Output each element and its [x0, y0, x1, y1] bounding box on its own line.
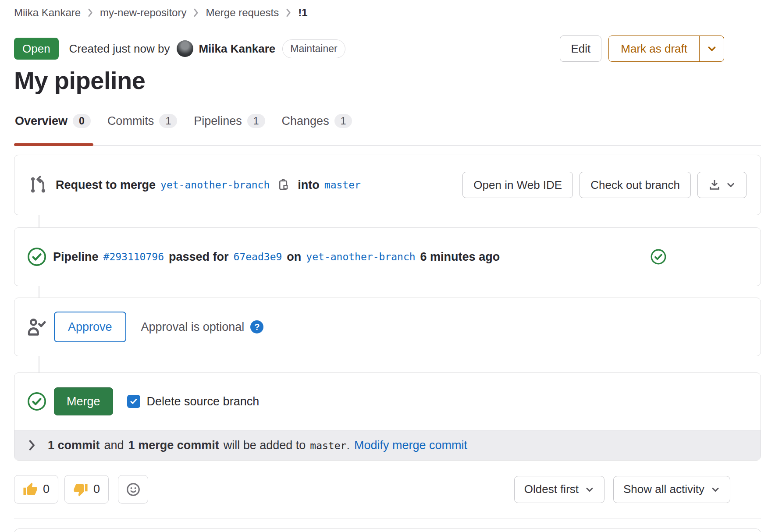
tab-label: Pipelines — [194, 113, 242, 128]
pipeline-time: 6 minutes ago — [420, 250, 500, 264]
open-in-web-ide-button[interactable]: Open in Web IDE — [462, 172, 573, 198]
breadcrumb-group-link[interactable]: Miika Kankare — [14, 7, 81, 18]
merge-summary-text: 1 commit and 1 merge commit will be adde… — [48, 439, 467, 452]
draft-dropdown-caret[interactable] — [699, 36, 724, 61]
activity-filter-dropdown[interactable]: Show all activity — [613, 476, 730, 503]
mr-header-row: Open Created just now by Miika Kankare M… — [14, 35, 761, 62]
help-question-icon[interactable]: ? — [250, 320, 263, 333]
pipeline-label: Pipeline — [53, 250, 99, 264]
thumbs-up-count: 0 — [43, 482, 50, 496]
chevron-right-icon — [193, 8, 199, 18]
page-title: My pipeline — [14, 68, 761, 93]
ready-to-merge-icon — [27, 391, 47, 411]
header-actions: Edit Mark as draft — [560, 35, 724, 62]
target-branch-link[interactable]: master — [324, 179, 361, 191]
role-badge: Maintainer — [282, 39, 345, 58]
pipeline-passed-label: passed for — [169, 250, 229, 264]
mark-as-draft-button[interactable]: Mark as draft — [609, 36, 699, 61]
and-label: and — [104, 439, 124, 452]
breadcrumb-merge-requests-link[interactable]: Merge requests — [206, 7, 279, 18]
merge-button[interactable]: Merge — [54, 387, 113, 415]
merge-box-actions: Open in Web IDE Check out branch — [462, 172, 747, 198]
breadcrumb: Miika Kankare my-new-repository Merge re… — [14, 0, 761, 18]
tab-count-badge: 1 — [334, 114, 352, 128]
tab-overview[interactable]: Overview 0 — [14, 113, 93, 145]
target-branch-text: master . — [310, 439, 350, 452]
pipeline-on-label: on — [287, 250, 301, 264]
author-name-link[interactable]: Miika Kankare — [199, 42, 275, 56]
delete-source-branch-label[interactable]: Delete source branch — [147, 395, 260, 408]
discussion-divider — [14, 518, 761, 518]
status-badge: Open — [14, 38, 59, 60]
merge-summary-footer: 1 commit and 1 merge commit will be adde… — [14, 430, 761, 460]
mr-tabs: Overview 0 Commits 1 Pipelines 1 Changes… — [14, 113, 761, 146]
activity-controls: Oldest first Show all activity — [514, 476, 730, 503]
pipeline-stage-icon[interactable] — [650, 248, 667, 265]
tab-changes[interactable]: Changes 1 — [281, 113, 355, 145]
widget-connector-line — [39, 185, 39, 396]
comment-box-top-edge — [14, 528, 761, 532]
merge-main-row: Merge Delete source branch — [14, 373, 761, 430]
sort-dropdown[interactable]: Oldest first — [514, 476, 604, 503]
add-reaction-button[interactable] — [118, 475, 148, 504]
download-dropdown-button[interactable] — [697, 172, 747, 198]
breadcrumb-project-link[interactable]: my-new-repository — [100, 7, 186, 18]
delete-source-branch-checkbox[interactable] — [127, 395, 140, 408]
thumbs-down-count: 0 — [93, 482, 100, 496]
breadcrumb-current: !1 — [298, 7, 307, 18]
into-label: into — [298, 178, 319, 192]
mr-widget-area: Request to merge yet-another-branch into… — [14, 155, 761, 461]
approve-button[interactable]: Approve — [54, 312, 126, 342]
request-to-merge-label: Request to merge — [56, 178, 156, 192]
pipeline-passed-icon — [27, 247, 47, 267]
commit-sha-link[interactable]: 67ead3e9 — [234, 251, 282, 262]
merge-request-page: Miika Kankare my-new-repository Merge re… — [0, 0, 775, 532]
tab-count-badge: 0 — [73, 114, 91, 128]
pipeline-status-text: Pipeline #293110796 passed for 67ead3e9 … — [53, 250, 500, 264]
thumbs-down-button[interactable]: 0 — [64, 475, 109, 504]
approval-optional-note: Approval is optional — [141, 320, 245, 334]
request-to-merge-card: Request to merge yet-another-branch into… — [14, 155, 761, 215]
edit-button[interactable]: Edit — [560, 35, 601, 62]
chevron-down-icon — [711, 485, 720, 494]
download-icon — [708, 179, 721, 191]
approval-card: Approve Approval is optional ? — [14, 298, 761, 356]
thumbs-up-icon — [23, 482, 38, 497]
merge-request-icon — [28, 175, 48, 195]
merge-card: Merge Delete source branch 1 commit and … — [14, 372, 761, 461]
created-text: Created just now by — [69, 42, 170, 56]
copy-branch-button[interactable] — [277, 178, 290, 192]
source-branch-link[interactable]: yet-another-branch — [160, 179, 270, 191]
tab-count-badge: 1 — [247, 114, 265, 128]
pipeline-branch-link[interactable]: yet-another-branch — [306, 251, 415, 262]
commit-count: 1 commit — [48, 439, 100, 452]
tab-label: Overview — [15, 113, 68, 128]
added-to-label: will be added to — [224, 439, 306, 452]
request-to-merge-text: Request to merge yet-another-branch into… — [56, 178, 361, 192]
chevron-right-icon — [87, 8, 93, 18]
merge-commit-count: 1 merge commit — [128, 439, 219, 452]
chevron-down-icon — [726, 180, 736, 190]
tab-label: Commits — [107, 113, 154, 128]
check-out-branch-button[interactable]: Check out branch — [579, 172, 691, 198]
activity-row: 0 0 Oldest first Show all activity — [14, 475, 761, 504]
tab-count-badge: 1 — [159, 114, 177, 128]
tab-label: Changes — [282, 113, 329, 128]
pipeline-status-card: Pipeline #293110796 passed for 67ead3e9 … — [14, 227, 761, 286]
mark-as-draft-split-button: Mark as draft — [608, 35, 724, 62]
chevron-down-icon — [585, 485, 594, 494]
pipeline-id-link[interactable]: #293110796 — [103, 251, 164, 262]
tab-commits[interactable]: Commits 1 — [107, 113, 180, 145]
approval-user-check-icon — [27, 317, 47, 337]
chevron-right-icon — [285, 8, 292, 18]
tab-pipelines[interactable]: Pipelines 1 — [193, 113, 267, 145]
expand-commits-caret[interactable] — [28, 440, 36, 451]
modify-merge-commit-link[interactable]: Modify merge commit — [354, 439, 467, 452]
thumbs-up-button[interactable]: 0 — [14, 475, 58, 504]
author-avatar[interactable] — [177, 40, 193, 57]
thumbs-down-icon — [73, 482, 88, 497]
smiley-icon — [126, 482, 141, 497]
